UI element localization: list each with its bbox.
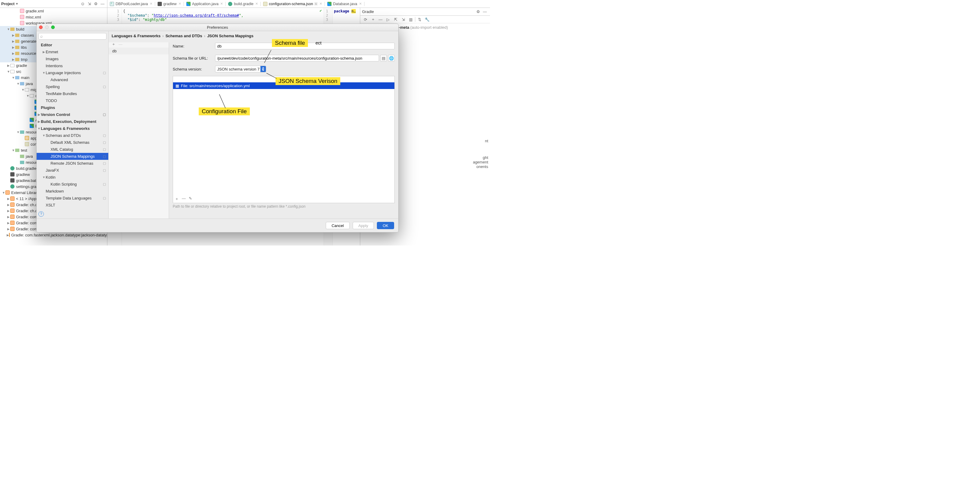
expand-arrow-icon[interactable]: ▼ <box>2 191 5 194</box>
expand-icon[interactable]: ⇱ <box>393 17 398 22</box>
pref-category[interactable]: ▼Language Injections▢ <box>37 69 108 76</box>
pref-category[interactable]: ▼Schemas and DTDs▢ <box>37 132 108 139</box>
gear-icon[interactable]: ⚙ <box>476 10 480 14</box>
expand-arrow-icon[interactable]: ▶ <box>11 33 15 37</box>
pref-category[interactable]: Plugins <box>37 104 108 111</box>
pref-category[interactable]: Intentions <box>37 62 108 69</box>
pref-category[interactable]: Remote JSON Schemas▢ <box>37 160 108 167</box>
offline-icon[interactable]: ⇅ <box>417 17 422 22</box>
cancel-button[interactable]: Cancel <box>326 222 349 229</box>
editor-tab[interactable]: build.gradle✕ <box>226 2 261 6</box>
pref-category[interactable]: Markdown <box>37 188 108 194</box>
expand-arrow-icon[interactable]: ▶ <box>6 221 10 225</box>
expand-arrow-icon[interactable]: ▶ <box>6 64 10 67</box>
expand-arrow-icon[interactable]: ▼ <box>16 131 20 134</box>
gradle-toolbar[interactable]: ⟳ ＋ — ▷ ⇱ ⇲ ▥ ⇅ 🔧 <box>360 16 490 23</box>
dialog-titlebar[interactable]: Preferences <box>37 24 398 31</box>
editor-tab[interactable]: Application.java✕ <box>184 2 226 6</box>
pref-category[interactable]: Kotlin Scripting▢ <box>37 181 108 188</box>
expand-arrow-icon[interactable]: ▶ <box>6 233 9 237</box>
close-tab-icon[interactable]: ✕ <box>220 2 223 6</box>
zoom-icon[interactable] <box>51 26 55 29</box>
pref-category[interactable]: Template Data Languages▢ <box>37 194 108 202</box>
expand-arrow-icon[interactable]: ▼ <box>21 88 25 91</box>
locate-icon[interactable]: ⊙ <box>80 2 85 6</box>
expand-arrow-icon[interactable]: ▼ <box>11 76 15 79</box>
expand-arrow-icon[interactable]: ▶ <box>6 203 10 206</box>
expand-arrow-icon[interactable]: ▶ <box>11 58 15 61</box>
editor-tab[interactable]: Database.java✕ <box>325 2 364 6</box>
expand-arrow-icon[interactable]: ▼ <box>42 71 46 75</box>
tree-node[interactable]: ▶ Gradle: com.fasterxml.jackson.datatype… <box>0 232 107 238</box>
schema-version-select[interactable]: JSON schema version 7 <box>215 66 266 72</box>
close-icon[interactable] <box>39 26 43 29</box>
expand-arrow-icon[interactable]: ▶ <box>11 40 15 43</box>
pref-category[interactable]: Images <box>37 56 108 62</box>
add-file-icon[interactable]: ＋ <box>175 196 179 202</box>
expand-arrow-icon[interactable]: ▼ <box>16 82 20 85</box>
expand-arrow-icon[interactable]: ▼ <box>42 175 46 179</box>
run-icon[interactable]: ▷ <box>386 17 390 22</box>
expand-arrow-icon[interactable]: ▶ <box>6 227 10 231</box>
expand-arrow-icon[interactable]: ▶ <box>11 46 15 49</box>
expand-arrow-icon[interactable]: ▼ <box>26 94 30 97</box>
pref-category[interactable]: XSLT <box>37 202 108 209</box>
pref-category[interactable]: ▶Build, Execution, Deployment <box>37 118 108 125</box>
expand-arrow-icon[interactable]: ▶ <box>37 113 41 116</box>
close-tab-icon[interactable]: ✕ <box>178 2 181 6</box>
expand-arrow-icon[interactable]: ▼ <box>42 134 46 137</box>
pref-category[interactable]: ▶Emmet <box>37 48 108 56</box>
collapse-icon[interactable]: ⇲ <box>401 17 406 22</box>
tree-node[interactable]: misc.xml <box>0 14 107 20</box>
pref-category[interactable]: ▶Version Control▢ <box>37 111 108 118</box>
add-icon[interactable]: ＋ <box>371 17 375 22</box>
pref-category[interactable]: TODO <box>37 97 108 104</box>
pref-category[interactable]: ▼Kotlin <box>37 174 108 181</box>
schema-file-input[interactable] <box>215 55 379 61</box>
remove-icon[interactable]: — <box>378 17 383 22</box>
close-tab-icon[interactable]: ✕ <box>359 2 362 6</box>
collapse-icon[interactable]: ⇲ <box>87 2 92 6</box>
expand-arrow-icon[interactable]: ▶ <box>11 52 15 55</box>
help-icon[interactable]: ? <box>38 211 44 217</box>
schema-url-link[interactable]: http://json-schema.org/draft-07/schema# <box>154 13 239 18</box>
pref-category[interactable]: ▼Languages & Frameworks <box>37 125 108 132</box>
expand-arrow-icon[interactable]: ▶ <box>42 50 46 54</box>
browse-url-icon[interactable]: 🌐 <box>388 55 395 61</box>
close-tab-icon[interactable]: ✕ <box>150 2 153 6</box>
expand-arrow-icon[interactable]: ▶ <box>37 120 41 123</box>
expand-arrow-icon[interactable]: ▶ <box>6 215 10 218</box>
hide-icon[interactable]: — <box>100 2 105 6</box>
expand-arrow-icon[interactable]: ▼ <box>37 127 41 130</box>
refresh-icon[interactable]: ⟳ <box>363 17 368 22</box>
pref-category[interactable]: JavaFX▢ <box>37 167 108 174</box>
pref-category[interactable]: XML Catalog▢ <box>37 146 108 153</box>
expand-arrow-icon[interactable]: ▶ <box>6 197 10 200</box>
ok-button[interactable]: OK <box>377 222 394 229</box>
close-tab-icon[interactable]: ✕ <box>255 2 258 6</box>
close-tab-icon[interactable]: ✕ <box>320 2 322 6</box>
remove-mapping-icon[interactable]: — <box>119 42 123 46</box>
browse-file-icon[interactable]: ▤ <box>380 55 387 61</box>
schema-list-item[interactable]: db <box>108 48 169 54</box>
edit-file-icon[interactable]: ✎ <box>189 196 192 202</box>
pref-category[interactable]: JSON Schema Mappings▢ <box>37 153 108 160</box>
pref-category[interactable]: TextMate Bundles <box>37 90 108 97</box>
preferences-search[interactable] <box>38 33 107 40</box>
pref-category[interactable]: Advanced <box>37 76 108 83</box>
remove-file-icon[interactable]: — <box>182 196 186 202</box>
pref-category[interactable]: Editor <box>37 41 108 48</box>
editor-tab[interactable]: configuration-schema.json s✕ <box>261 2 325 6</box>
expand-arrow-icon[interactable]: ▼ <box>6 70 10 73</box>
editor-tab[interactable]: DBPoolLoader.java✕ <box>107 2 155 6</box>
pref-category[interactable]: Spelling▢ <box>37 83 108 90</box>
expand-arrow-icon[interactable]: ▼ <box>11 148 15 152</box>
toggle-icon[interactable]: ▥ <box>408 17 413 22</box>
wrench-icon[interactable]: 🔧 <box>425 17 430 22</box>
expand-arrow-icon[interactable]: ▼ <box>6 27 10 31</box>
project-view-dropdown[interactable]: ▼ <box>16 2 18 5</box>
gear-icon[interactable]: ⚙ <box>94 2 98 6</box>
file-mappings[interactable]: ▦ File: src/main/resources/application.y… <box>173 76 395 203</box>
expand-arrow-icon[interactable]: ▶ <box>6 209 10 212</box>
tree-node[interactable]: gradle.xml <box>0 8 107 14</box>
